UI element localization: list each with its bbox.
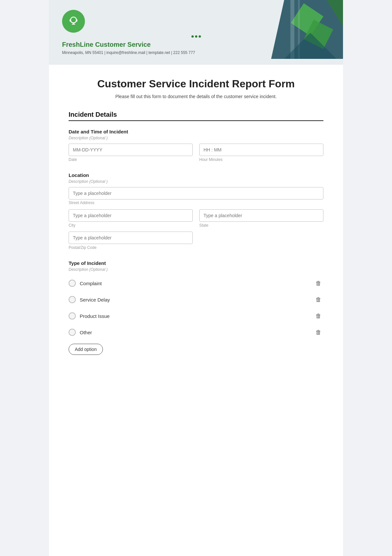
state-col: State [199,209,323,228]
field-group-incident-type: Type of Incident Description (Optional )… [69,260,323,355]
radio-option-service-delay: Service Delay 🗑 [69,291,323,308]
radio-circle-product-issue[interactable] [69,312,76,320]
street-row: Street Address [69,187,323,205]
delete-btn-complaint[interactable]: 🗑 [314,278,323,288]
add-option-label: Add option [75,347,97,352]
radio-options-list: Complaint 🗑 Service Delay 🗑 Product Issu… [69,275,323,340]
logo-icon [62,10,85,33]
field-group-location: Location Description (Optional ) Street … [69,172,323,250]
svg-rect-1 [70,19,71,22]
radio-left-complaint: Complaint [69,280,102,287]
delete-btn-product-issue[interactable]: 🗑 [314,311,323,321]
radio-option-product-issue: Product Issue 🗑 [69,308,323,324]
radio-option-other: Other 🗑 [69,324,323,340]
zip-col: Postal/Zip Code [69,232,193,250]
city-input[interactable] [69,209,193,222]
datetime-label: Date and Time of Incident [69,129,323,134]
datetime-row: Date Hour Minutes [69,144,323,162]
location-description: Description (Optional ) [69,179,323,184]
radio-left-service-delay: Service Delay [69,296,110,303]
date-input[interactable] [69,144,193,156]
company-info: Minneapolis, MN 55401 | inquire@freshlin… [62,50,330,55]
delete-icon-other: 🗑 [316,329,321,336]
time-input[interactable] [199,144,323,156]
radio-label-complaint: Complaint [80,281,102,286]
radio-left-other: Other [69,329,92,336]
zip-input[interactable] [69,232,193,244]
radio-option-complaint: Complaint 🗑 [69,275,323,291]
location-label: Location [69,172,323,178]
delete-btn-service-delay[interactable]: 🗑 [314,295,323,304]
zip-sublabel: Postal/Zip Code [69,245,193,250]
street-sublabel: Street Address [69,200,94,205]
delete-btn-other[interactable]: 🗑 [314,327,323,337]
state-input[interactable] [199,209,323,222]
date-col: Date [69,144,193,162]
svg-rect-2 [76,19,77,22]
delete-icon-service-delay: 🗑 [316,296,321,303]
city-state-row: City State [69,209,323,228]
logo-area: FreshLine Customer Service Minneapolis, … [62,10,330,55]
add-option-button[interactable]: Add option [69,344,103,355]
radio-label-other: Other [80,330,92,335]
field-group-datetime: Date and Time of Incident Description (O… [69,129,323,162]
city-col: City [69,209,193,228]
state-sublabel: State [199,223,323,228]
form-body: Customer Service Incident Report Form Pl… [49,65,343,378]
time-sublabel: Hour Minutes [199,157,323,162]
zip-row: Postal/Zip Code [69,232,323,250]
radio-circle-complaint[interactable] [69,280,76,287]
radio-circle-service-delay[interactable] [69,296,76,303]
delete-icon-product-issue: 🗑 [316,313,321,320]
form-title: Customer Service Incident Report Form [69,78,323,90]
radio-label-service-delay: Service Delay [80,297,110,303]
date-sublabel: Date [69,157,193,162]
datetime-description: Description (Optional ) [69,136,323,140]
time-col: Hour Minutes [199,144,323,162]
delete-icon-complaint: 🗑 [316,280,321,287]
incident-type-label: Type of Incident [69,260,323,266]
radio-left-product-issue: Product Issue [69,312,110,320]
header: FreshLine Customer Service Minneapolis, … [49,0,343,65]
form-subtitle: Please fill out this form to document th… [69,94,323,99]
radio-circle-other[interactable] [69,329,76,336]
section-incident-details: Incident Details [69,111,323,121]
radio-label-product-issue: Product Issue [80,313,110,319]
street-input[interactable] [69,187,323,200]
city-sublabel: City [69,223,193,228]
incident-type-description: Description (Optional ) [69,267,323,272]
logo-dots [62,35,330,38]
company-name: FreshLine Customer Service [62,41,330,48]
